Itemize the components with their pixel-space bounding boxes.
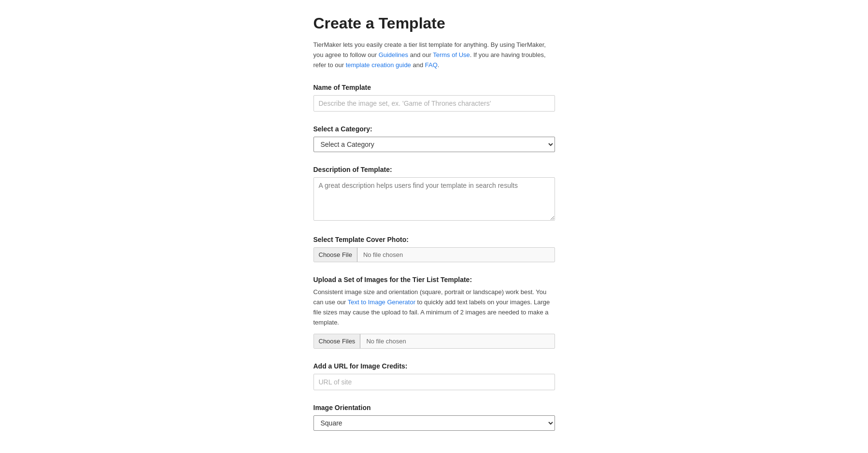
category-section: Select a Category: Select a Category Ani… [313, 125, 555, 152]
orientation-select[interactable]: Square Portrait Landscape [313, 415, 555, 431]
orientation-label: Image Orientation [313, 404, 555, 411]
images-label: Upload a Set of Images for the Tier List… [313, 276, 555, 283]
intro-paragraph: TierMaker lets you easily create a tier … [313, 40, 555, 70]
cover-photo-no-file-text: No file chosen [357, 248, 555, 262]
name-input[interactable] [313, 95, 555, 112]
url-label: Add a URL for Image Credits: [313, 362, 555, 370]
cover-photo-choose-button[interactable]: Choose File [314, 248, 357, 262]
url-section: Add a URL for Image Credits: [313, 362, 555, 390]
images-file-wrapper: Choose Files No file chosen [313, 334, 555, 349]
images-choose-button[interactable]: Choose Files [314, 334, 361, 348]
cover-photo-label: Select Template Cover Photo: [313, 236, 555, 243]
images-hint: Consistent image size and orientation (s… [313, 287, 555, 327]
guidelines-link[interactable]: Guidelines [379, 51, 408, 58]
url-input[interactable] [313, 374, 555, 390]
cover-photo-section: Select Template Cover Photo: Choose File… [313, 236, 555, 262]
category-label: Select a Category: [313, 125, 555, 133]
name-section: Name of Template [313, 84, 555, 112]
orientation-section: Image Orientation Square Portrait Landsc… [313, 404, 555, 431]
category-select[interactable]: Select a Category Anime Music Sports Gam… [313, 137, 555, 152]
cover-photo-file-wrapper: Choose File No file chosen [313, 247, 555, 262]
intro-text-end: . [438, 61, 440, 69]
page-wrapper: Create a Template TierMaker lets you eas… [0, 0, 868, 453]
images-no-file-text: No file chosen [360, 334, 554, 348]
name-label: Name of Template [313, 84, 555, 91]
images-section: Upload a Set of Images for the Tier List… [313, 276, 555, 348]
intro-text-between2: and [411, 61, 425, 69]
creation-guide-link[interactable]: template creation guide [346, 61, 411, 69]
terms-link[interactable]: Terms of Use [433, 51, 470, 58]
description-section: Description of Template: [313, 166, 555, 222]
page-title: Create a Template [313, 14, 555, 32]
faq-link[interactable]: FAQ [425, 61, 438, 69]
description-textarea[interactable] [313, 177, 555, 221]
description-label: Description of Template: [313, 166, 555, 173]
text-to-image-link[interactable]: Text to Image Generator [348, 298, 415, 306]
intro-text-between: and our [408, 51, 433, 58]
form-container: Create a Template TierMaker lets you eas… [313, 14, 555, 444]
